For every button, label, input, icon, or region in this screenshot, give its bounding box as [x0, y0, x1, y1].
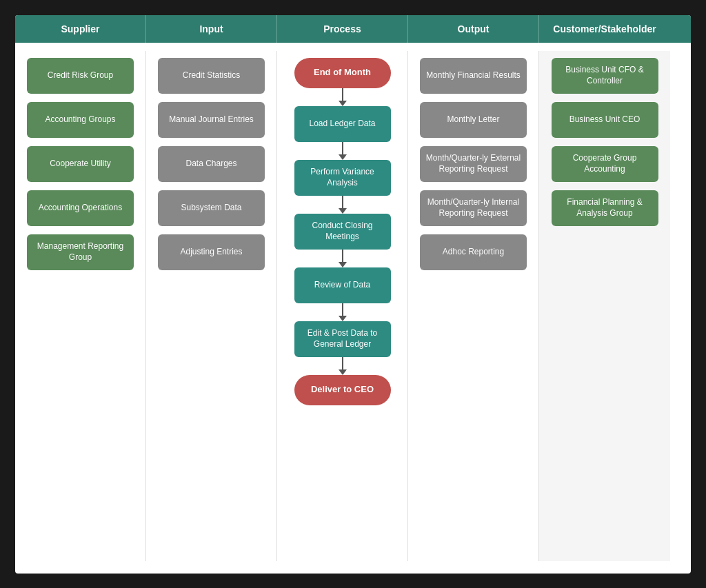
arrow-2 [339, 196, 347, 214]
process-teal-3: Conduct Closing Meetings [294, 214, 391, 250]
process-item-2: Perform Variance Analysis [294, 160, 391, 196]
output-col: Monthly Financial Results Monthly Letter… [408, 51, 539, 561]
supplier-box-0: Credit Risk Group [27, 58, 134, 94]
diagram-container: Supplier Input Process Output Customer/S… [15, 15, 691, 574]
output-box-4: Adhoc Reporting [420, 234, 527, 270]
process-item-0: End of Month [294, 58, 391, 88]
output-box-1: Monthly Letter [420, 102, 527, 138]
header-customer: Customer/Stakeholder [539, 15, 670, 43]
arrow-1 [339, 142, 347, 160]
header-process: Process [277, 15, 408, 43]
arrow-0 [339, 88, 347, 106]
customer-box-3: Financial Planning & Analysis Group [552, 190, 658, 226]
process-item-1: Load Ledger Data [294, 106, 391, 142]
header-row: Supplier Input Process Output Customer/S… [15, 15, 691, 44]
output-box-2: Month/Quarter-ly External Reporting Requ… [420, 146, 527, 182]
output-box-0: Monthly Financial Results [420, 58, 527, 94]
process-item-3: Conduct Closing Meetings [294, 214, 391, 250]
process-teal-5: Edit & Post Data to General Ledger [294, 321, 391, 357]
supplier-col: Credit Risk Group Accounting Groups Coop… [15, 51, 146, 561]
header-output: Output [408, 15, 539, 43]
input-box-0: Credit Statistics [158, 58, 265, 94]
process-col: End of Month Load Ledger Data Perform Va… [277, 51, 408, 561]
input-box-2: Data Charges [158, 146, 265, 182]
output-box-3: Month/Quarter-ly Internal Reporting Requ… [420, 190, 527, 226]
arrow-3 [339, 250, 347, 267]
content-area: Credit Risk Group Accounting Groups Coop… [15, 44, 691, 568]
supplier-box-2: Cooperate Utility [27, 146, 134, 182]
header-input: Input [146, 15, 277, 43]
arrow-4 [339, 303, 347, 321]
customer-col: Business Unit CFO & Controller Business … [539, 51, 670, 561]
customer-box-1: Business Unit CEO [552, 102, 658, 138]
customer-box-2: Cooperate Group Accounting [552, 146, 658, 182]
process-item-6: Deliver to CEO [294, 375, 391, 405]
process-oval-end: Deliver to CEO [294, 375, 391, 405]
process-item-4: Review of Data [294, 267, 391, 303]
input-box-3: Subsystem Data [158, 190, 265, 226]
input-box-1: Manual Journal Entries [158, 102, 265, 138]
customer-box-0: Business Unit CFO & Controller [552, 58, 658, 94]
process-item-5: Edit & Post Data to General Ledger [294, 321, 391, 357]
header-supplier: Supplier [15, 15, 146, 43]
supplier-box-1: Accounting Groups [27, 102, 134, 138]
arrow-5 [339, 357, 347, 375]
supplier-box-4: Management Reporting Group [27, 234, 134, 270]
input-box-4: Adjusting Entries [158, 234, 265, 270]
input-col: Credit Statistics Manual Journal Entries… [146, 51, 277, 561]
process-teal-1: Load Ledger Data [294, 106, 391, 142]
process-oval-start: End of Month [294, 58, 391, 88]
supplier-box-3: Accounting Operations [27, 190, 134, 226]
process-teal-4: Review of Data [294, 267, 391, 303]
process-teal-2: Perform Variance Analysis [294, 160, 391, 196]
